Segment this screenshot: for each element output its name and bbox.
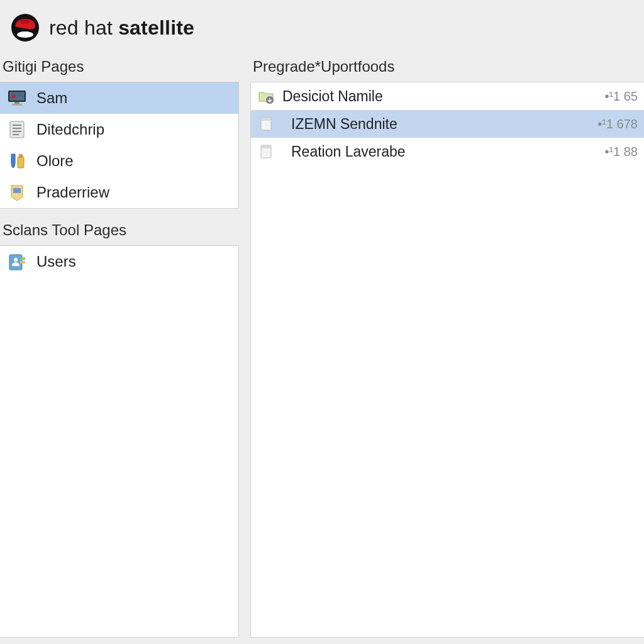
main-pane: Pregrade*Uportfoods Desiciot Namile •¹1 … <box>239 57 644 638</box>
svg-rect-18 <box>20 257 25 260</box>
monitor-icon <box>6 87 28 109</box>
svg-point-5 <box>12 94 16 98</box>
svg-rect-14 <box>19 154 23 158</box>
sidebar-item-ditedchrip[interactable]: Ditedchrip <box>0 114 238 145</box>
page-icon <box>257 115 275 133</box>
list-item-desiciot[interactable]: Desiciot Namile •¹1 65 <box>251 82 644 110</box>
page-icon <box>257 143 275 160</box>
sidebar-section-title: Sclans Tool Pages <box>0 220 239 245</box>
list-item-label: Desiciot Namile <box>282 88 597 105</box>
svg-rect-22 <box>261 118 271 121</box>
list-item-label: IZEMN Sendnite <box>282 116 590 133</box>
brand-text: red hat satellite <box>49 16 194 40</box>
brand-prefix: red hat <box>49 16 118 39</box>
list-item-label: Reation Laverabe <box>282 143 597 160</box>
users-icon <box>6 251 28 272</box>
list-item-meta: •¹1 65 <box>604 89 638 104</box>
svg-point-2 <box>20 19 30 24</box>
svg-rect-8 <box>10 121 24 138</box>
badge-icon <box>6 182 28 203</box>
list-item-meta: •¹1 678 <box>597 117 638 131</box>
svg-rect-15 <box>13 188 21 193</box>
document-lines-icon <box>6 119 28 140</box>
sidebar-item-label: Sam <box>36 89 232 107</box>
sidebar-item-praderriew[interactable]: Praderriew <box>0 177 238 208</box>
sidebar: Gitigi Pages Sam <box>0 57 239 638</box>
svg-rect-24 <box>261 145 271 148</box>
list-item-reation[interactable]: Reation Laverabe •¹1 88 <box>251 138 644 165</box>
svg-rect-6 <box>14 102 19 104</box>
main-title: Pregrade*Uportfoods <box>250 57 644 82</box>
sidebar-section-title: Gitigi Pages <box>0 57 239 82</box>
sidebar-section-gitigi: Gitigi Pages Sam <box>0 57 239 209</box>
sidebar-item-label: Olore <box>36 152 232 170</box>
list-item-meta: •¹1 88 <box>604 145 638 159</box>
sidebar-section-sclans: Sclans Tool Pages Users <box>0 220 239 638</box>
sidebar-panel: Users <box>0 245 239 638</box>
brand-bold: satellite <box>118 16 194 39</box>
sidebar-item-label: Ditedchrip <box>36 121 232 138</box>
app-header: red hat satellite <box>0 0 644 57</box>
folder-arrow-icon <box>257 87 275 105</box>
svg-rect-13 <box>18 157 24 168</box>
sidebar-item-sam[interactable]: Sam <box>0 82 238 114</box>
sidebar-item-olore[interactable]: Olore <box>0 145 238 177</box>
sidebar-item-users[interactable]: Users <box>0 246 238 277</box>
sidebar-item-label: Users <box>36 253 232 270</box>
svg-point-17 <box>14 258 18 262</box>
svg-rect-19 <box>20 261 25 264</box>
svg-rect-4 <box>9 92 25 101</box>
tools-icon <box>6 150 28 172</box>
sidebar-item-label: Praderriew <box>36 184 232 201</box>
main-list-panel: Desiciot Namile •¹1 65 IZEMN Sendnite •¹… <box>250 82 644 638</box>
svg-rect-7 <box>12 104 22 106</box>
sidebar-panel: Sam Ditedchrip <box>0 82 239 209</box>
redhat-logo <box>10 13 40 43</box>
list-item-izemn[interactable]: IZEMN Sendnite •¹1 678 <box>251 110 644 138</box>
svg-point-1 <box>17 31 33 38</box>
